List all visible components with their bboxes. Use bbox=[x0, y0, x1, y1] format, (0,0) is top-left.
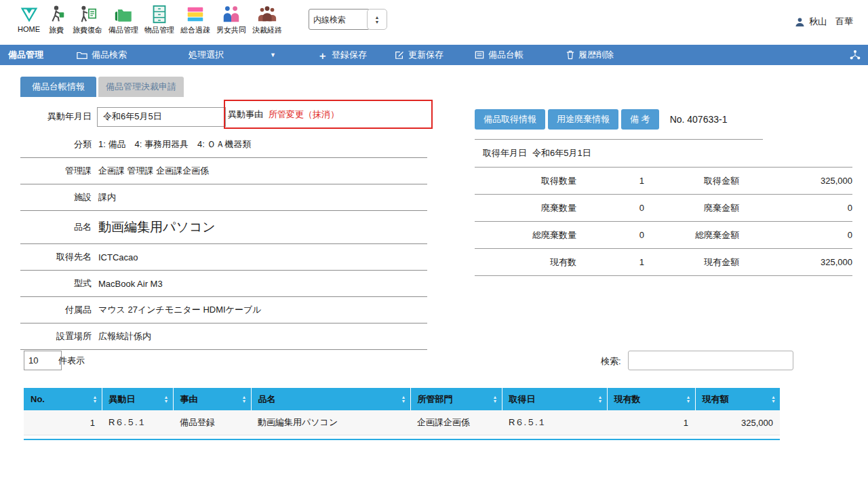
acquisition-info-button[interactable]: 備品取得情報 bbox=[475, 109, 545, 130]
column-header-no[interactable]: No. ▲▼ bbox=[24, 388, 102, 410]
table-row[interactable]: 1 R６.５.１ 備品登録 動画編集用パソコン 企画課企画係 R６.５.１ 1 … bbox=[24, 410, 780, 435]
app-goods-management[interactable]: 物品管理 bbox=[144, 4, 174, 35]
app-home[interactable]: HOME bbox=[18, 4, 40, 35]
tab-ledger-info[interactable]: 備品台帳情報 bbox=[20, 77, 96, 97]
menu-item-label: 備品検索 bbox=[92, 49, 127, 61]
accessories-row: 付属品 マウス 27インチモニター HDMIケーブル bbox=[20, 297, 427, 323]
cell-reason: 備品登録 bbox=[173, 410, 251, 435]
facility-label: 施設 bbox=[20, 191, 92, 203]
menu-register-save[interactable]: ＋ 登録保存 bbox=[317, 45, 367, 65]
column-header-department[interactable]: 所管部門 ▲▼ bbox=[410, 388, 502, 410]
change-date-input[interactable] bbox=[97, 107, 226, 127]
dropdown-caret-icon[interactable]: ▼ bbox=[270, 45, 276, 65]
item-name-label: 品名 bbox=[20, 221, 92, 233]
app-approval-route[interactable]: 決裁経路 bbox=[252, 4, 282, 35]
ledger-icon bbox=[475, 50, 484, 60]
acquired-amount-label: 取得金額 bbox=[644, 175, 739, 187]
item-name-value: 動画編集用パソコン bbox=[92, 218, 216, 236]
supplier-label: 取得先名 bbox=[20, 251, 92, 263]
menu-update-save[interactable]: 更新保存 bbox=[395, 45, 443, 65]
disposal-quantity-label: 廃棄数量 bbox=[475, 202, 576, 214]
column-header-change-date[interactable]: 異動日 ▲▼ bbox=[102, 388, 173, 410]
org-chart-icon[interactable] bbox=[849, 45, 861, 65]
managing-section-row: 管理課 企画課 管理課 企画課企画係 bbox=[20, 158, 427, 184]
cell-current-amount: 325,000 bbox=[695, 410, 780, 435]
app-label: 男女共同 bbox=[216, 25, 246, 35]
two-persons-icon bbox=[221, 4, 241, 24]
disposal-info-button[interactable]: 用途廃棄情報 bbox=[548, 109, 618, 130]
travel-person-icon bbox=[46, 4, 66, 24]
sort-icons[interactable]: ▲▼ bbox=[493, 395, 498, 404]
menu-equipment-search[interactable]: 備品検索 bbox=[77, 45, 127, 65]
detail-buttons-row: 備品取得情報 用途廃棄情報 備 考 No. 407633-1 bbox=[475, 109, 852, 130]
goods-cabinet-icon bbox=[149, 4, 170, 24]
sort-icons[interactable]: ▲▼ bbox=[401, 395, 406, 404]
up-arrow-icon: ▲ bbox=[375, 15, 380, 20]
menu-equipment-ledger[interactable]: 備品台帳 bbox=[475, 45, 524, 65]
trash-icon bbox=[566, 50, 574, 60]
column-header-acquired-date[interactable]: 取得日 ▲▼ bbox=[502, 388, 607, 410]
sort-icons[interactable]: ▲▼ bbox=[93, 395, 98, 404]
acquired-amount-value: 325,000 bbox=[739, 176, 852, 186]
app-launcher: HOME 旅費 旅費復命 備品管理 bbox=[18, 4, 282, 35]
tab-approval-request[interactable]: 備品管理決裁申請 bbox=[98, 77, 184, 97]
sort-icons[interactable]: ▲▼ bbox=[686, 395, 691, 404]
spinner-button[interactable]: ▲ ▼ bbox=[367, 9, 387, 30]
current-quantity-value: 1 bbox=[576, 257, 644, 267]
app-equipment-management[interactable]: 備品管理 bbox=[108, 4, 138, 35]
current-quantity-label: 現有数 bbox=[475, 256, 576, 269]
sort-icons[interactable]: ▲▼ bbox=[242, 395, 247, 404]
table-bottom-border bbox=[24, 439, 780, 440]
app-sougou-kaso[interactable]: 総合過疎 bbox=[180, 4, 210, 35]
sort-down-icon: ▼ bbox=[93, 399, 98, 404]
user-icon bbox=[795, 17, 805, 27]
location-row: 設置場所 広報統計係内 bbox=[20, 323, 427, 350]
page-size-input[interactable] bbox=[24, 351, 62, 370]
function-menubar: 備品管理 備品検索 処理選択 ▼ ＋ 登録保存 更新保存 備品台帳 bbox=[0, 45, 868, 65]
acquired-quantity-label: 取得数量 bbox=[475, 175, 576, 187]
column-header-item-name[interactable]: 品名 ▲▼ bbox=[251, 388, 410, 410]
table-search-input[interactable] bbox=[628, 351, 793, 370]
model-value: MacBook Air M3 bbox=[92, 279, 163, 289]
sort-down-icon: ▼ bbox=[401, 399, 406, 404]
user-menu[interactable]: 秋山 百華 bbox=[795, 16, 853, 28]
cell-department: 企画課企画係 bbox=[410, 410, 502, 435]
cell-no: 1 bbox=[24, 410, 102, 435]
cell-acquired-date: R６.５.１ bbox=[502, 410, 607, 435]
managing-section-value: 企画課 管理課 企画課企画係 bbox=[92, 165, 209, 177]
extension-search-input[interactable] bbox=[309, 9, 370, 30]
app-travel-report[interactable]: 旅費復命 bbox=[73, 4, 102, 35]
app-label: 総合過疎 bbox=[180, 25, 210, 35]
column-header-reason[interactable]: 事由 ▲▼ bbox=[173, 388, 251, 410]
disposal-quantity-value: 0 bbox=[576, 203, 644, 213]
acquisition-detail-panel: 備品取得情報 用途廃棄情報 備 考 No. 407633-1 取得年月日 令和6… bbox=[475, 109, 852, 276]
sort-down-icon: ▼ bbox=[598, 399, 603, 404]
app-label: 旅費復命 bbox=[73, 25, 102, 35]
sort-down-icon: ▼ bbox=[686, 399, 691, 404]
column-header-current-amount[interactable]: 現有額 ▲▼ bbox=[695, 388, 780, 410]
sort-icons[interactable]: ▲▼ bbox=[598, 395, 603, 404]
accessories-label: 付属品 bbox=[20, 304, 92, 316]
cell-change-date: R６.５.１ bbox=[102, 410, 173, 435]
category-label: 分類 bbox=[20, 138, 92, 151]
app-label: 決裁経路 bbox=[252, 25, 282, 35]
equipment-management-app: HOME 旅費 旅費復命 備品管理 bbox=[0, 0, 868, 491]
menu-process-select[interactable]: 処理選択 bbox=[189, 45, 224, 65]
table-header-row: No. ▲▼ 異動日 ▲▼ 事由 ▲▼ 品名 ▲▼ 所管部門 ▲▼ bbox=[24, 388, 780, 410]
column-header-label: No. bbox=[31, 394, 45, 404]
acquired-date-value: 令和6年5月1日 bbox=[532, 147, 591, 159]
location-value: 広報統計係内 bbox=[92, 330, 151, 342]
column-header-current-quantity[interactable]: 現有数 ▲▼ bbox=[607, 388, 695, 410]
app-travel-expense[interactable]: 旅費 bbox=[46, 4, 66, 35]
sort-icons[interactable]: ▲▼ bbox=[771, 395, 776, 404]
menu-history-delete[interactable]: 履歴削除 bbox=[566, 45, 614, 65]
disposal-amount-label: 廃棄金額 bbox=[644, 202, 739, 214]
remarks-button[interactable]: 備 考 bbox=[621, 109, 659, 130]
cell-current-quantity: 1 bbox=[607, 410, 695, 435]
app-gender-equality[interactable]: 男女共同 bbox=[216, 4, 246, 35]
sort-icons[interactable]: ▲▼ bbox=[164, 395, 169, 404]
top-toolbar: HOME 旅費 旅費復命 備品管理 bbox=[0, 0, 868, 45]
current-amount-value: 325,000 bbox=[739, 257, 852, 267]
equipment-form: 異動年月日 異動事由 所管変更（抹消） 分類 1: 備品 4: 事務用器具 4:… bbox=[20, 102, 427, 350]
home-logo-icon bbox=[19, 4, 39, 24]
